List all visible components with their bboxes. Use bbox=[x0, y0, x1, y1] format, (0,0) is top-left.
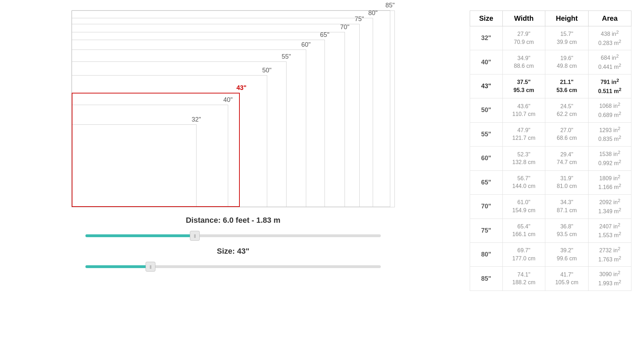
cell-height: 36.8" 93.5 cm bbox=[545, 219, 588, 242]
cell-width: 74.1" 188.2 cm bbox=[502, 267, 545, 291]
cell-width: 37.5" 95.3 cm bbox=[502, 74, 545, 98]
distance-slider-track bbox=[85, 234, 381, 237]
controls: Distance: 6.0 feet - 1.83 m Size: 43" bbox=[82, 216, 384, 272]
cell-size: 60" bbox=[470, 147, 503, 170]
table-row: 70"61.0" 154.9 cm34.3" 87.1 cm2092 in21.… bbox=[470, 195, 631, 219]
cell-width: 69.7" 177.0 cm bbox=[502, 242, 545, 266]
cell-area: 1068 in20.689 m2 bbox=[588, 98, 631, 122]
tv-label: 85" bbox=[385, 2, 394, 9]
distance-slider-container[interactable] bbox=[85, 230, 381, 241]
distance-slider-fill bbox=[85, 234, 195, 237]
right-panel: Size Width Height Area 32"27.9" 70.9 cm1… bbox=[470, 7, 631, 291]
table-row: 85"74.1" 188.2 cm41.7" 105.9 cm3090 in21… bbox=[470, 267, 631, 291]
cell-area: 1809 in21.166 m2 bbox=[588, 170, 631, 194]
cell-width: 27.9" 70.9 cm bbox=[502, 26, 545, 50]
cell-height: 29.4" 74.7 cm bbox=[545, 147, 588, 170]
table-row: 80"69.7" 177.0 cm39.2" 99.6 cm2732 in21.… bbox=[470, 242, 631, 266]
table-row: 43"37.5" 95.3 cm21.1" 53.6 cm791 in20.51… bbox=[470, 74, 631, 98]
table-row: 75"65.4" 166.1 cm36.8" 93.5 cm2407 in21.… bbox=[470, 219, 631, 242]
cell-width: 65.4" 166.1 cm bbox=[502, 219, 545, 242]
cell-height: 27.0" 68.6 cm bbox=[545, 122, 588, 146]
header-area: Area bbox=[588, 11, 631, 26]
cell-size: 80" bbox=[470, 242, 503, 266]
size-value: 43" bbox=[237, 247, 249, 255]
header-width: Width bbox=[502, 11, 545, 26]
cell-size: 75" bbox=[470, 219, 503, 242]
cell-area: 1293 in20.835 m2 bbox=[588, 122, 631, 146]
cell-width: 56.7" 144.0 cm bbox=[502, 170, 545, 194]
cell-size: 40" bbox=[470, 50, 503, 74]
size-slider-thumb[interactable] bbox=[146, 262, 155, 272]
left-panel: 32"40"43"50"55"60"65"70"75"80"85" Distan… bbox=[11, 7, 456, 272]
cell-area: 2732 in21.763 m2 bbox=[588, 242, 631, 266]
cell-height: 19.6" 49.8 cm bbox=[545, 50, 588, 74]
header-height: Height bbox=[545, 11, 588, 26]
table-row: 65"56.7" 144.0 cm31.9" 81.0 cm1809 in21.… bbox=[470, 170, 631, 194]
cell-height: 24.5" 62.2 cm bbox=[545, 98, 588, 122]
cell-height: 21.1" 53.6 cm bbox=[545, 74, 588, 98]
header-size: Size bbox=[470, 11, 503, 26]
cell-height: 41.7" 105.9 cm bbox=[545, 267, 588, 291]
cell-width: 34.9" 88.6 cm bbox=[502, 50, 545, 74]
main-container: 32"40"43"50"55"60"65"70"75"80"85" Distan… bbox=[0, 0, 642, 364]
distance-prefix: Distance: bbox=[186, 216, 223, 225]
cell-size: 85" bbox=[470, 267, 503, 291]
cell-size: 65" bbox=[470, 170, 503, 194]
cell-size: 70" bbox=[470, 195, 503, 219]
distance-label: Distance: 6.0 feet - 1.83 m bbox=[186, 216, 280, 225]
size-slider-track bbox=[85, 265, 381, 268]
chart-area: 32"40"43"50"55"60"65"70"75"80"85" bbox=[71, 11, 395, 207]
table-row: 60"52.3" 132.8 cm29.4" 74.7 cm1538 in20.… bbox=[470, 147, 631, 170]
size-slider-fill bbox=[85, 265, 150, 268]
distance-value: 6.0 feet - 1.83 m bbox=[223, 216, 281, 225]
cell-area: 2092 in21.349 m2 bbox=[588, 195, 631, 219]
size-label: Size: 43" bbox=[217, 247, 249, 256]
distance-slider-thumb[interactable] bbox=[190, 231, 200, 241]
cell-area: 2407 in21.553 m2 bbox=[588, 219, 631, 242]
table-row: 40"34.9" 88.6 cm19.6" 49.8 cm684 in20.44… bbox=[470, 50, 631, 74]
cell-height: 31.9" 81.0 cm bbox=[545, 170, 588, 194]
table-row: 55"47.9" 121.7 cm27.0" 68.6 cm1293 in20.… bbox=[470, 122, 631, 146]
cell-width: 47.9" 121.7 cm bbox=[502, 122, 545, 146]
cell-area: 684 in20.441 m2 bbox=[588, 50, 631, 74]
cell-area: 1538 in20.992 m2 bbox=[588, 147, 631, 170]
size-prefix: Size: bbox=[217, 247, 237, 255]
size-slider-container[interactable] bbox=[85, 261, 381, 272]
cell-width: 43.6" 110.7 cm bbox=[502, 98, 545, 122]
table-row: 32"27.9" 70.9 cm15.7" 39.9 cm438 in20.28… bbox=[470, 26, 631, 50]
cell-height: 34.3" 87.1 cm bbox=[545, 195, 588, 219]
cell-area: 3090 in21.993 m2 bbox=[588, 267, 631, 291]
table-row: 50"43.6" 110.7 cm24.5" 62.2 cm1068 in20.… bbox=[470, 98, 631, 122]
cell-height: 15.7" 39.9 cm bbox=[545, 26, 588, 50]
cell-width: 61.0" 154.9 cm bbox=[502, 195, 545, 219]
cell-area: 791 in20.511 m2 bbox=[588, 74, 631, 98]
cell-width: 52.3" 132.8 cm bbox=[502, 147, 545, 170]
cell-size: 55" bbox=[470, 122, 503, 146]
cell-size: 50" bbox=[470, 98, 503, 122]
cell-height: 39.2" 99.6 cm bbox=[545, 242, 588, 266]
cell-area: 438 in20.283 m2 bbox=[588, 26, 631, 50]
cell-size: 32" bbox=[470, 26, 503, 50]
cell-size: 43" bbox=[470, 74, 503, 98]
tv-rect bbox=[72, 93, 240, 207]
size-table: Size Width Height Area 32"27.9" 70.9 cm1… bbox=[470, 11, 631, 291]
